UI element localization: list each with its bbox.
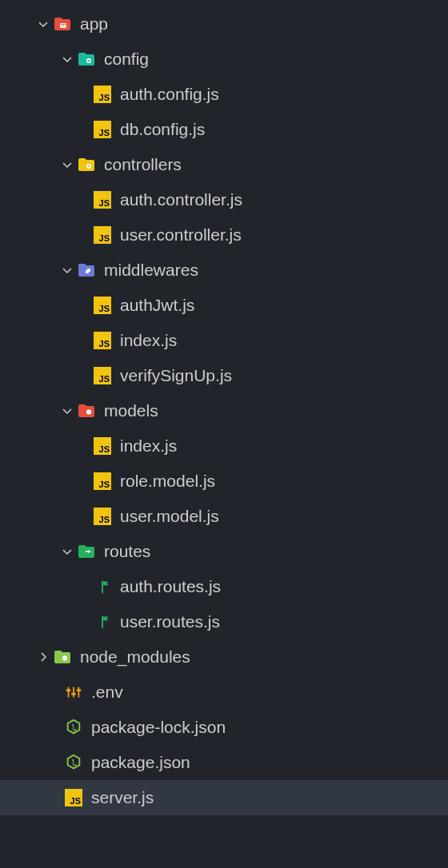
file-package-json[interactable]: package.json <box>0 745 448 780</box>
file-label: index.js <box>120 331 177 350</box>
file-label: user.routes.js <box>120 612 220 631</box>
folder-config-icon <box>77 50 96 69</box>
file-auth-controller[interactable]: JS auth.controller.js <box>0 182 448 217</box>
file-label: .env <box>91 683 123 702</box>
file-middlewares-index[interactable]: JS index.js <box>0 323 448 358</box>
file-models-index[interactable]: JS index.js <box>0 428 448 464</box>
folder-label: routes <box>104 542 150 561</box>
folder-label: app <box>80 14 108 34</box>
svg-point-5 <box>88 60 90 62</box>
svg-rect-9 <box>102 581 103 594</box>
svg-rect-14 <box>66 689 71 691</box>
file-user-model[interactable]: JS user.model.js <box>0 499 448 534</box>
folder-app[interactable]: app <box>0 6 448 42</box>
file-label: verifySignUp.js <box>120 366 232 385</box>
folder-label: models <box>104 401 158 420</box>
route-file-icon <box>93 577 112 596</box>
folder-label: middlewares <box>104 261 198 280</box>
js-file-icon: JS <box>93 331 112 350</box>
file-package-lock[interactable]: package-lock.json <box>0 710 448 745</box>
js-file-icon: JS <box>93 225 112 245</box>
chevron-down-icon <box>58 545 77 558</box>
svg-rect-2 <box>63 24 65 26</box>
nodejs-file-icon <box>64 718 83 737</box>
svg-point-8 <box>86 410 91 412</box>
js-file-icon: JS <box>93 507 112 526</box>
folder-label: config <box>104 50 149 69</box>
js-file-icon: JS <box>93 472 112 491</box>
folder-middlewares-icon <box>77 261 96 280</box>
js-file-icon: JS <box>93 296 112 315</box>
js-file-icon: JS <box>93 436 112 456</box>
js-file-icon: JS <box>64 788 83 807</box>
folder-node-modules-icon <box>53 647 72 667</box>
folder-models[interactable]: models <box>0 393 448 428</box>
file-label: user.model.js <box>120 507 219 526</box>
chevron-down-icon <box>58 53 77 66</box>
file-label: server.js <box>91 788 154 807</box>
folder-controllers[interactable]: controllers <box>0 147 448 182</box>
file-user-routes[interactable]: user.routes.js <box>0 604 448 639</box>
folder-routes[interactable]: routes <box>0 534 448 569</box>
file-label: user.controller.js <box>120 225 242 245</box>
route-file-icon <box>93 612 112 631</box>
svg-rect-3 <box>65 24 66 26</box>
svg-rect-16 <box>77 689 82 691</box>
svg-rect-11 <box>68 687 70 698</box>
svg-rect-13 <box>78 687 80 698</box>
js-file-icon: JS <box>93 190 112 209</box>
file-label: index.js <box>120 436 177 456</box>
svg-rect-10 <box>102 616 103 629</box>
folder-config[interactable]: config <box>0 42 448 77</box>
env-file-icon <box>64 683 83 702</box>
folder-label: controllers <box>104 155 182 174</box>
file-role-model[interactable]: JS role.model.js <box>0 464 448 499</box>
chevron-down-icon <box>58 404 77 417</box>
file-auth-config[interactable]: JS auth.config.js <box>0 77 448 112</box>
file-env[interactable]: .env <box>0 675 448 710</box>
file-label: db.config.js <box>120 120 205 139</box>
svg-rect-0 <box>60 23 66 28</box>
svg-point-7 <box>88 165 90 167</box>
folder-models-icon <box>77 401 96 420</box>
file-user-controller[interactable]: JS user.controller.js <box>0 217 448 253</box>
file-authjwt[interactable]: JS authJwt.js <box>0 288 448 323</box>
file-label: auth.controller.js <box>120 190 242 209</box>
chevron-down-icon <box>58 264 77 277</box>
chevron-down-icon <box>58 158 77 171</box>
svg-rect-1 <box>61 24 62 26</box>
folder-middlewares[interactable]: middlewares <box>0 253 448 288</box>
js-file-icon: JS <box>93 85 112 104</box>
file-label: package-lock.json <box>91 718 226 737</box>
folder-label: node_modules <box>80 647 190 667</box>
file-db-config[interactable]: JS db.config.js <box>0 112 448 147</box>
folder-routes-icon <box>77 542 96 561</box>
folder-node-modules[interactable]: node_modules <box>0 639 448 675</box>
file-auth-routes[interactable]: auth.routes.js <box>0 569 448 604</box>
file-label: auth.routes.js <box>120 577 221 596</box>
file-label: role.model.js <box>120 472 215 491</box>
svg-rect-15 <box>71 693 76 695</box>
nodejs-file-icon <box>64 753 83 772</box>
file-label: auth.config.js <box>120 85 219 104</box>
js-file-icon: JS <box>93 366 112 385</box>
js-file-icon: JS <box>93 120 112 139</box>
file-label: package.json <box>91 753 190 772</box>
file-verifysignup[interactable]: JS verifySignUp.js <box>0 358 448 393</box>
file-server[interactable]: JS server.js <box>0 780 448 815</box>
folder-app-icon <box>53 14 72 34</box>
svg-rect-12 <box>73 687 74 698</box>
chevron-down-icon <box>34 18 53 30</box>
chevron-right-icon <box>34 651 53 663</box>
folder-controllers-icon <box>77 155 96 174</box>
file-label: authJwt.js <box>120 296 194 315</box>
